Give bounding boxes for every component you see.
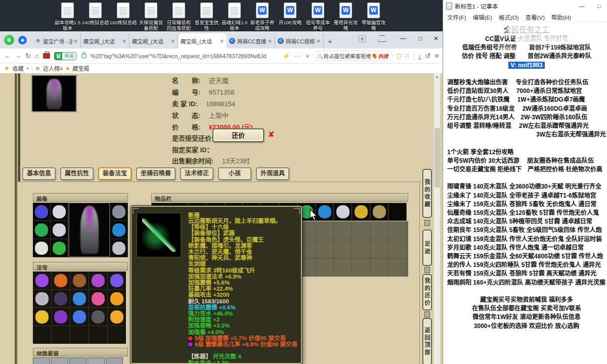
browser-tab[interactable]: 网易CC视频 ✕ bbox=[275, 33, 324, 49]
fabao-slot[interactable] bbox=[108, 290, 126, 307]
menu-icon[interactable]: ≡ bbox=[435, 52, 439, 60]
fabao-slot[interactable] bbox=[52, 290, 70, 307]
fabao-slot[interactable] bbox=[70, 308, 89, 326]
equip-slot[interactable] bbox=[110, 203, 127, 220]
fabao-slot[interactable] bbox=[108, 326, 126, 344]
desktop-icon[interactable]: W 新老孩子养 成攻略 bbox=[248, 3, 276, 31]
desktop-icon[interactable]: W 副本攻略1.5 版本 bbox=[54, 3, 81, 31]
fabao-slot[interactable] bbox=[89, 326, 107, 344]
fabao-slot[interactable] bbox=[52, 308, 70, 326]
inventory-slot[interactable] bbox=[388, 203, 406, 220]
page-tab[interactable]: 法术修正 bbox=[180, 167, 213, 180]
inventory-slot[interactable] bbox=[334, 203, 352, 220]
equip-slot[interactable] bbox=[110, 221, 127, 239]
maximize-button[interactable]: □ bbox=[419, 35, 422, 42]
chevron-down-icon[interactable]: ∨ bbox=[306, 53, 309, 59]
page-tab[interactable]: 外观道具 bbox=[256, 167, 289, 180]
navigator-icon[interactable]: ◆ bbox=[18, 36, 27, 44]
more-icon[interactable]: ··· bbox=[294, 53, 301, 60]
desktop-icon[interactable]: W 零陵幽官攻 略 bbox=[360, 3, 387, 31]
fabao-slot[interactable] bbox=[70, 326, 89, 344]
fabao-slot[interactable] bbox=[89, 271, 107, 289]
desktop-icon[interactable]: W 画魂幻域1.0 版本 bbox=[221, 3, 248, 31]
equip-slot[interactable] bbox=[33, 203, 50, 220]
side-tab[interactable]: 我的收藏 bbox=[422, 169, 432, 218]
download-icon[interactable]: ↓ bbox=[418, 53, 421, 59]
equip-slot[interactable] bbox=[51, 221, 68, 239]
desktop-icon[interactable]: W 月10E攻略 bbox=[276, 3, 304, 31]
tab-close-icon[interactable]: ✕ bbox=[268, 38, 272, 44]
tab-close-icon[interactable]: ✕ bbox=[220, 38, 224, 44]
browser-tab[interactable]: 鉴宝广场 - 送 ✕ bbox=[32, 33, 81, 49]
fabao-slot[interactable] bbox=[70, 271, 89, 289]
fabao-slot[interactable] bbox=[33, 308, 51, 326]
maximize-button[interactable]: □ bbox=[597, 3, 601, 9]
fabao-slot[interactable] bbox=[33, 271, 51, 289]
scrollbar-thumb[interactable] bbox=[435, 128, 440, 188]
bookmark-item[interactable]: 达人榜= bbox=[43, 64, 63, 72]
new-tab-button[interactable]: + bbox=[328, 37, 332, 46]
fabao-slot[interactable] bbox=[70, 290, 89, 307]
menu-item[interactable]: 文件(F) bbox=[447, 13, 466, 21]
workspace-icon[interactable] bbox=[43, 53, 50, 59]
desktop-icon[interactable]: W 160炼狱总结 bbox=[109, 3, 137, 31]
equip-slot[interactable] bbox=[33, 221, 50, 239]
menu-item[interactable]: 查看(V) bbox=[526, 13, 545, 21]
apps-grid-icon[interactable]: ∷ bbox=[406, 53, 410, 59]
minimize-button[interactable]: — bbox=[579, 3, 584, 9]
side-tab[interactable]: 足迹 bbox=[422, 230, 432, 266]
url-field[interactable]: %20"tag"%3A%20"user"%7D&reco_request_id=… bbox=[91, 53, 278, 59]
search-box[interactable]: 抢占座位被乘客拒绝 热搜 bbox=[314, 51, 393, 61]
page-tab[interactable]: 基本信息 bbox=[22, 167, 56, 180]
fabao-slot[interactable] bbox=[33, 326, 51, 344]
page-scrollbar[interactable]: ▲ bbox=[433, 73, 440, 364]
fabao-slot[interactable] bbox=[33, 290, 51, 307]
menu-item[interactable]: 帮助(H) bbox=[551, 13, 571, 21]
favorites-label[interactable]: 收藏 bbox=[13, 64, 24, 72]
close-button[interactable]: ✕ bbox=[433, 35, 439, 42]
points-icon[interactable] bbox=[397, 54, 402, 59]
site-verify-badge[interactable]: 证 网易 bbox=[54, 52, 77, 60]
notepad-text-area[interactable]: 全民任务之工CC蓝V认证 大话混队 专开好号低端任务组号开创者 首创7千159炼… bbox=[443, 22, 607, 331]
browser-tab[interactable]: 藏宝阁_(大话 ✕ bbox=[81, 33, 129, 49]
page-tab[interactable]: 坐骑召唤兽 bbox=[136, 167, 176, 180]
extension-badge[interactable]: 6 bbox=[359, 35, 366, 42]
side-tab[interactable]: 我的还价 bbox=[422, 274, 432, 310]
browser-tab[interactable]: 藏宝阁_(大话 ✕ bbox=[178, 33, 227, 49]
fabao-slot[interactable] bbox=[108, 271, 126, 289]
fabao-slot[interactable] bbox=[89, 308, 107, 326]
star-page-thumb[interactable] bbox=[51, 357, 68, 364]
fabao-slot[interactable] bbox=[52, 326, 70, 344]
page-tab[interactable]: 装备法宝 bbox=[98, 167, 132, 180]
home-icon[interactable]: ⌂ bbox=[35, 52, 39, 60]
forward-icon[interactable]: → bbox=[15, 52, 21, 60]
desktop-icon[interactable]: W 雁塔异光攻 略 bbox=[332, 3, 360, 31]
bookmark-item[interactable]: 藏宝阁 bbox=[72, 64, 89, 72]
tab-close-icon[interactable]: ✕ bbox=[74, 38, 78, 44]
browser-tab[interactable]: 网易CC直播 ✕ bbox=[227, 33, 275, 49]
menu-item[interactable]: 编辑(E) bbox=[473, 13, 492, 21]
fabao-slot[interactable] bbox=[108, 308, 126, 326]
desktop-icon[interactable]: W 天梯双魔装 备搭配 bbox=[137, 3, 165, 31]
menu-item[interactable]: 格式(O) bbox=[499, 13, 519, 21]
desktop-icon[interactable]: W 日常睡装和 回血鬼搭配 bbox=[165, 3, 193, 31]
tab-close-icon[interactable]: ✕ bbox=[122, 38, 126, 44]
refresh-icon[interactable]: ↻ bbox=[25, 52, 31, 60]
side-tab[interactable]: 返回顶部 bbox=[422, 318, 432, 364]
notepad-titlebar[interactable]: 新标签1 - 记事本 — □ bbox=[443, 0, 607, 12]
page-tab[interactable]: 属性抗性 bbox=[60, 167, 94, 180]
scroll-up-icon[interactable]: ▲ bbox=[434, 73, 440, 80]
fabao-slot[interactable] bbox=[89, 290, 107, 307]
page-tab[interactable]: 小孩 bbox=[218, 167, 251, 180]
fabao-slot[interactable] bbox=[52, 271, 70, 289]
inventory-slot[interactable] bbox=[370, 203, 388, 220]
star-page-thumb[interactable] bbox=[33, 357, 50, 364]
equip-slot[interactable] bbox=[33, 239, 50, 257]
counter-offer-button[interactable]: 还价 bbox=[212, 128, 264, 142]
desktop-icon[interactable]: W 首发宝宝抗 性 bbox=[193, 3, 221, 31]
tab-close-icon[interactable]: ✕ bbox=[317, 38, 321, 44]
equip-slot[interactable] bbox=[51, 239, 68, 257]
browser-tab[interactable]: 藏宝阁_(大话 ✕ bbox=[129, 33, 178, 49]
tab-close-icon[interactable]: ✕ bbox=[171, 38, 175, 44]
star-page-thumb[interactable] bbox=[69, 357, 86, 364]
